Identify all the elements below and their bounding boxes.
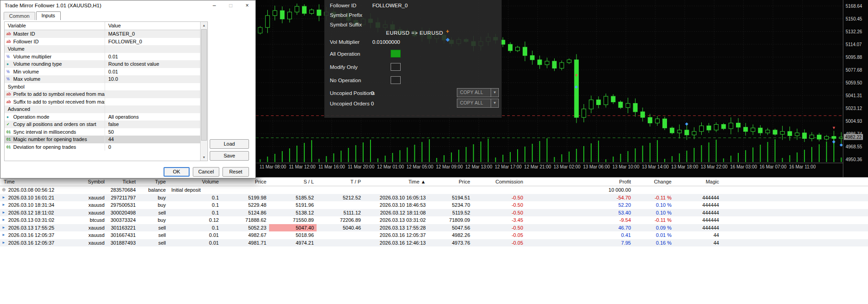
trade-row[interactable]: ►2026.03.12 18:11:02xauusd300020498sell0… bbox=[0, 209, 868, 217]
chevron-down-icon[interactable]: ▼ bbox=[491, 99, 498, 107]
param-row[interactable]: abFollower IDFOLLOWER_0 bbox=[5, 38, 200, 46]
uncopied-positions-value: 0 bbox=[371, 90, 374, 96]
cell-close_time bbox=[364, 186, 429, 194]
history-column-volume[interactable]: Volume bbox=[169, 179, 222, 184]
vol-multiplier-value: 0.01000000 bbox=[372, 39, 400, 45]
cell-type: sell bbox=[138, 224, 169, 232]
history-column-tp[interactable]: T / P bbox=[317, 179, 364, 184]
cell-magic bbox=[674, 186, 722, 194]
copy-all-orders-dropdown[interactable]: COPY ALL ▼ bbox=[457, 99, 499, 108]
dialog-titlebar[interactable]: Trade Mirror Follower 1.01 (XAUUSD,H1) –… bbox=[0, 0, 255, 10]
param-row[interactable]: abMaster IDMASTER_0 bbox=[5, 30, 200, 38]
cell-tp: 5040.46 bbox=[317, 224, 364, 232]
history-column-commission[interactable]: Commission bbox=[473, 179, 526, 184]
param-name: Suffix to add to symbol received from ma… bbox=[13, 99, 105, 105]
scrollbar-thumb[interactable] bbox=[201, 29, 207, 141]
param-row[interactable]: ●Volume rounding typeRound to closest va… bbox=[5, 60, 200, 68]
param-value[interactable]: All operations bbox=[105, 114, 200, 120]
param-row[interactable]: 01Magic number for opening trades44 bbox=[5, 136, 200, 143]
param-value[interactable]: MASTER_0 bbox=[105, 31, 200, 37]
scroll-down-icon[interactable]: ▼ bbox=[201, 154, 207, 161]
svg-text:◆: ◆ bbox=[832, 139, 836, 144]
cancel-button[interactable]: Cancel bbox=[193, 167, 219, 177]
param-row[interactable]: ½Volume multiplier0.01 bbox=[5, 53, 200, 61]
param-row[interactable]: Advanced bbox=[5, 105, 200, 113]
trade-row[interactable]: ►2026.03.16 12:05:37xauusd301667431sell0… bbox=[0, 231, 868, 239]
cell-symbol: xauusd bbox=[73, 224, 107, 232]
cell-close_time: 2026.03.10 16:05:13 bbox=[364, 194, 429, 202]
history-header-row[interactable]: TimeSymbolTicketTypeVolumePriceS / LT / … bbox=[0, 178, 868, 186]
param-row[interactable]: 01Sync interval in milliseconds50 bbox=[5, 128, 200, 136]
no-operation-checkbox[interactable] bbox=[391, 76, 401, 84]
history-column-change[interactable]: Change bbox=[634, 179, 674, 184]
trade-row[interactable]: ►2026.03.10 16:01:21xauusd297211797buy0.… bbox=[0, 194, 868, 202]
param-row[interactable]: ●Operation modeAll operations bbox=[5, 113, 200, 121]
balance-row[interactable]: ⊕2026.03.08 00:56:12283570684balanceInit… bbox=[0, 186, 868, 194]
history-column-symbol[interactable]: Symbol bbox=[73, 179, 107, 184]
param-value[interactable]: FOLLOWER_0 bbox=[105, 39, 200, 44]
param-value[interactable]: 0 bbox=[105, 144, 200, 150]
param-row[interactable]: ½Max volume10.0 bbox=[5, 75, 200, 83]
cell-tp bbox=[317, 201, 364, 209]
cell-volume: 0.1 bbox=[169, 194, 222, 202]
cell-price: 71888.62 bbox=[222, 216, 269, 224]
history-column-time[interactable]: Time bbox=[0, 179, 73, 184]
tab-common[interactable]: Common bbox=[4, 12, 35, 20]
history-column-close_price[interactable]: Price bbox=[429, 179, 473, 184]
cell-time: 2026.03.10 18:31:34 bbox=[0, 201, 73, 209]
cell-sl: 5191.96 bbox=[269, 201, 317, 209]
chart-panel[interactable]: 11 Mar 08:0011 Mar 12:0011 Mar 16:0011 M… bbox=[256, 0, 868, 177]
modify-only-checkbox[interactable] bbox=[391, 63, 401, 71]
all-operation-checkbox[interactable] bbox=[391, 50, 401, 58]
minimize-button[interactable]: – bbox=[206, 0, 222, 10]
param-value[interactable]: 0.01 bbox=[105, 69, 200, 74]
cell-price: 4982.67 bbox=[222, 231, 269, 239]
history-column-ticket[interactable]: Ticket bbox=[107, 179, 138, 184]
ok-button[interactable]: OK bbox=[164, 167, 190, 177]
cell-type: sell bbox=[138, 209, 169, 217]
history-column-type[interactable]: Type bbox=[138, 179, 169, 184]
tab-inputs[interactable]: Inputs bbox=[36, 11, 61, 20]
param-value[interactable]: 44 bbox=[105, 136, 200, 142]
history-column-profit[interactable]: Profit bbox=[526, 179, 634, 184]
param-row[interactable]: ✓Copy all positions and orders on startf… bbox=[5, 121, 200, 128]
param-value[interactable]: 10.0 bbox=[105, 76, 200, 82]
param-row[interactable]: abPrefix to add to symbol received from … bbox=[5, 90, 200, 98]
trade-row[interactable]: ►2026.03.13 17:55:25xauusd301163221sell0… bbox=[0, 224, 868, 232]
trade-row[interactable]: ►2026.03.16 12:05:37xauusd301887493sell0… bbox=[0, 239, 868, 247]
reset-button[interactable]: Reset bbox=[222, 167, 249, 177]
copy-all-positions-dropdown[interactable]: COPY ALL ▼ bbox=[457, 88, 499, 97]
history-column-sl[interactable]: S / L bbox=[269, 179, 317, 184]
chevron-down-icon[interactable]: ▼ bbox=[491, 89, 498, 97]
history-column-price[interactable]: Price bbox=[222, 179, 269, 184]
cell-change: 0.01 % bbox=[634, 231, 674, 239]
trade-arrow-icon: ► bbox=[2, 194, 5, 202]
param-row[interactable]: ½Min volume0.01 bbox=[5, 68, 200, 76]
history-column-close_time[interactable]: Time ▲ bbox=[364, 179, 429, 184]
history-column-magic[interactable]: Magic bbox=[674, 179, 722, 184]
param-row[interactable]: Volume bbox=[5, 45, 200, 53]
param-name: Master ID bbox=[13, 31, 35, 37]
param-value[interactable]: Round to closest value bbox=[105, 61, 200, 67]
mapping-add-icon[interactable]: + bbox=[446, 28, 449, 35]
param-row[interactable]: 01Deviation for opening trades0 bbox=[5, 143, 200, 151]
load-button[interactable]: Load bbox=[210, 139, 249, 149]
param-value[interactable]: 0.01 bbox=[105, 54, 200, 59]
close-button[interactable]: × bbox=[239, 0, 255, 10]
cell-time: 2026.03.12 18:11:02 bbox=[0, 209, 73, 217]
trade-row[interactable]: ►2026.03.10 18:31:34xauusd297500531buy0.… bbox=[0, 201, 868, 209]
cell-close_price bbox=[429, 186, 473, 194]
param-row[interactable]: abSuffix to add to symbol received from … bbox=[5, 98, 200, 106]
cell-close_price: 5234.70 bbox=[429, 201, 473, 209]
param-value[interactable]: 50 bbox=[105, 129, 200, 135]
maximize-button[interactable]: □ bbox=[222, 0, 239, 10]
cell-close_time: 2026.03.13 17:55:28 bbox=[364, 224, 429, 232]
scroll-up-icon[interactable]: ▲ bbox=[201, 22, 207, 29]
param-value[interactable]: false bbox=[105, 121, 200, 127]
price-axis[interactable]: 4982.22 5168.645150.455132.265114.075095… bbox=[843, 0, 868, 177]
inputs-scrollbar[interactable]: ▲ ▼ bbox=[200, 22, 207, 161]
save-button[interactable]: Save bbox=[210, 151, 249, 161]
param-row[interactable]: Symbol bbox=[5, 83, 200, 91]
trade-row[interactable]: ►2026.03.13 03:31:02btcusd300373324buy0.… bbox=[0, 216, 868, 224]
svg-text:11 Mar 16:00: 11 Mar 16:00 bbox=[318, 164, 345, 169]
